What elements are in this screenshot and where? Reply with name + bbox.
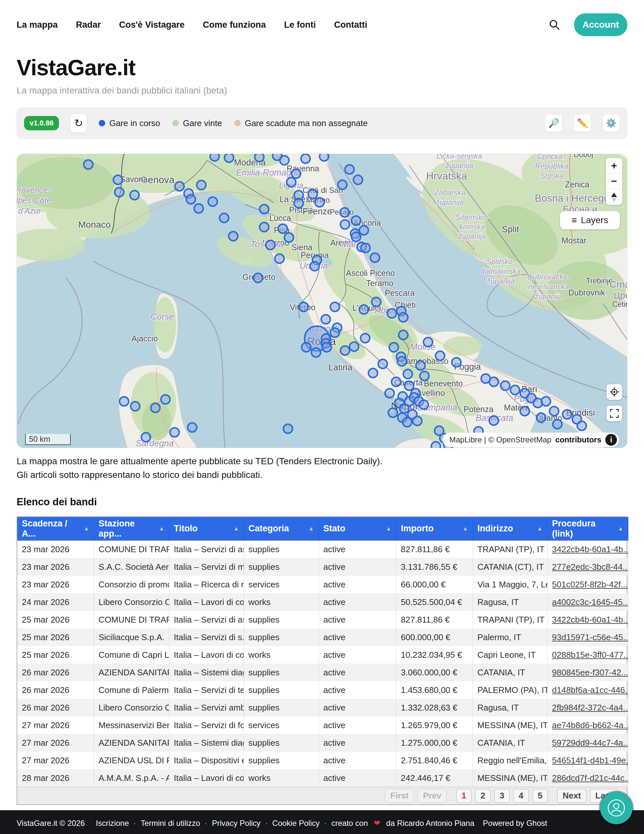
tender-marker[interactable] xyxy=(361,243,370,252)
tender-marker[interactable] xyxy=(372,297,381,307)
tender-marker[interactable] xyxy=(550,407,558,416)
tender-marker[interactable] xyxy=(392,377,401,386)
tender-marker[interactable] xyxy=(403,369,412,378)
tender-marker[interactable] xyxy=(292,169,301,178)
tender-marker[interactable] xyxy=(385,389,394,398)
col-procedura[interactable]: Procedura (link)▲ xyxy=(547,517,628,540)
tender-marker[interactable] xyxy=(266,241,275,249)
tender-marker[interactable] xyxy=(210,154,219,161)
zoom-out-button[interactable]: − xyxy=(606,174,622,189)
col-stazione[interactable]: Stazione app...▲ xyxy=(94,517,169,540)
tender-marker[interactable] xyxy=(188,423,197,432)
nav-radar[interactable]: Radar xyxy=(76,20,101,30)
pagination-page-5[interactable]: 5 xyxy=(532,789,548,803)
procedura-link[interactable]: d148bf6a-a1cc-446... xyxy=(552,685,628,695)
procedura-link[interactable]: 980845ee-f307-42... xyxy=(552,668,628,677)
tender-marker[interactable] xyxy=(287,178,296,187)
procedura-link[interactable]: 501c025f-8f2b-42f... xyxy=(552,580,628,589)
col-stato[interactable]: Stato▲ xyxy=(319,517,396,540)
tender-marker[interactable] xyxy=(536,413,546,422)
procedura-link[interactable]: 546514f1-d4b1-49e... xyxy=(552,755,628,765)
tender-marker[interactable] xyxy=(338,180,347,189)
tender-marker[interactable] xyxy=(399,330,408,339)
tender-marker[interactable] xyxy=(275,254,284,263)
tender-marker[interactable] xyxy=(161,395,170,404)
tender-marker[interactable] xyxy=(431,442,441,448)
tender-marker[interactable] xyxy=(563,410,572,419)
footer-link-iscrizione[interactable]: Iscrizione xyxy=(96,819,129,828)
tender-marker[interactable] xyxy=(253,273,263,283)
tender-marker[interactable] xyxy=(489,416,499,425)
account-button[interactable]: Account xyxy=(574,13,627,36)
info-icon[interactable]: i xyxy=(605,434,617,446)
tender-marker[interactable] xyxy=(308,190,317,199)
nav-contatti[interactable]: Contatti xyxy=(334,20,368,30)
tender-marker[interactable] xyxy=(84,160,93,169)
tender-marker[interactable] xyxy=(541,397,550,406)
tender-marker[interactable] xyxy=(520,407,529,416)
tender-marker[interactable] xyxy=(345,165,354,174)
magnifier-icon[interactable]: 🔎 xyxy=(545,114,563,132)
search-icon[interactable] xyxy=(547,18,562,32)
tender-marker[interactable] xyxy=(361,334,370,343)
tender-marker[interactable] xyxy=(370,253,379,262)
col-importo[interactable]: Importo▲ xyxy=(396,517,473,540)
geolocate-button[interactable] xyxy=(607,384,622,400)
tender-marker[interactable] xyxy=(283,424,292,433)
tender-marker[interactable] xyxy=(130,191,139,200)
tender-marker[interactable] xyxy=(186,195,195,204)
pagination-page-4[interactable]: 4 xyxy=(513,789,529,803)
tender-marker[interactable] xyxy=(413,416,422,425)
nav-la-mappa[interactable]: La mappa xyxy=(17,20,58,30)
tender-marker[interactable] xyxy=(389,343,399,352)
tender-marker[interactable] xyxy=(420,372,429,380)
layers-button[interactable]: ≡ Layers xyxy=(560,211,620,230)
tender-marker[interactable] xyxy=(405,381,414,390)
tender-marker[interactable] xyxy=(368,369,378,378)
tender-marker[interactable] xyxy=(197,181,206,190)
pagination-next[interactable]: Next xyxy=(557,789,586,803)
powered-by-ghost-link[interactable]: Powered by Ghost xyxy=(483,819,547,828)
tender-marker[interactable] xyxy=(310,262,319,271)
footer-link-cookie[interactable]: Cookie Policy xyxy=(272,819,320,828)
portal-account-button[interactable] xyxy=(600,792,633,824)
tender-marker[interactable] xyxy=(353,175,363,184)
footer-link-privacy[interactable]: Privacy Policy xyxy=(212,819,260,828)
tender-marker[interactable] xyxy=(119,397,129,406)
procedura-link[interactable]: 277e2edc-3bc8-44... xyxy=(552,562,628,572)
tender-marker[interactable] xyxy=(224,154,234,162)
tender-marker[interactable] xyxy=(115,187,124,197)
tender-marker[interactable] xyxy=(423,338,433,347)
tender-marker[interactable] xyxy=(220,213,229,223)
tender-marker[interactable] xyxy=(359,305,368,314)
tender-marker[interactable] xyxy=(341,220,350,229)
procedura-link[interactable]: ae74b8d6-b662-4a... xyxy=(552,720,628,730)
procedura-link[interactable]: 0288b15e-3ff0-477... xyxy=(552,650,628,660)
tender-marker[interactable] xyxy=(302,343,311,352)
col-categoria[interactable]: Categoria▲ xyxy=(244,517,319,540)
procedura-link[interactable]: 93d15971-c56e-45... xyxy=(552,632,628,642)
procedura-link[interactable]: 286dcd7f-d21c-44c... xyxy=(552,773,628,783)
col-titolo[interactable]: Titolo▲ xyxy=(169,517,244,540)
nav-cose-vistagare[interactable]: Cos'è Vistagare xyxy=(119,20,185,30)
tender-marker[interactable] xyxy=(284,233,294,242)
tender-marker[interactable] xyxy=(260,205,269,214)
pagination-page-2[interactable]: 2 xyxy=(475,789,491,803)
tender-marker[interactable] xyxy=(260,223,269,232)
tender-marker[interactable] xyxy=(170,428,179,437)
tender-marker[interactable] xyxy=(322,343,331,352)
col-scadenza[interactable]: Scadenza / A...▲ xyxy=(17,517,94,540)
tender-marker[interactable] xyxy=(151,403,160,412)
tender-marker[interactable] xyxy=(452,358,461,367)
compass-button[interactable] xyxy=(606,189,622,205)
tender-marker[interactable] xyxy=(510,385,520,394)
tender-marker[interactable] xyxy=(194,204,203,213)
tender-marker[interactable] xyxy=(553,420,562,429)
tender-marker[interactable] xyxy=(489,377,499,386)
tender-marker[interactable] xyxy=(175,182,184,191)
gear-icon[interactable]: ⚙️ xyxy=(602,114,620,132)
tender-marker[interactable] xyxy=(352,232,361,241)
col-indirizzo[interactable]: Indirizzo▲ xyxy=(473,517,547,540)
tender-marker[interactable] xyxy=(208,197,217,206)
tender-marker[interactable] xyxy=(320,154,329,161)
